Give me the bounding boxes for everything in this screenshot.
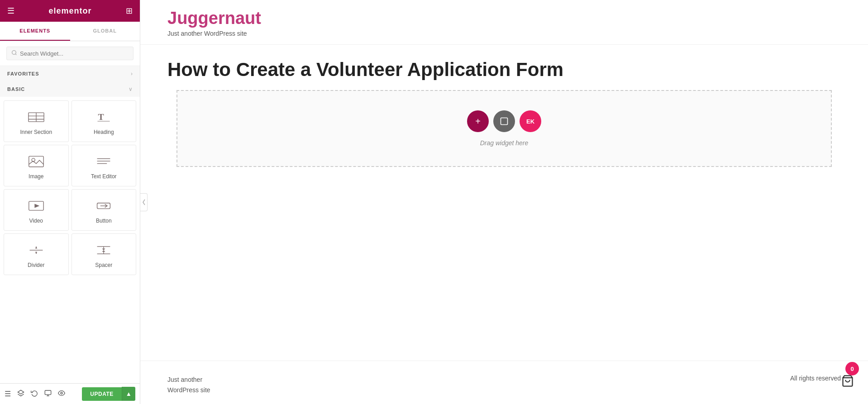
add-widget-button[interactable]: + bbox=[467, 110, 489, 132]
toolbar-left: ☰ bbox=[5, 390, 65, 399]
search-wrapper bbox=[6, 47, 134, 60]
update-dropdown-button[interactable]: ▲ bbox=[122, 387, 135, 401]
widgets-area: Inner Section T Heading Image bbox=[0, 97, 140, 383]
eye-icon[interactable] bbox=[58, 390, 65, 399]
widget-video-label: Video bbox=[29, 218, 43, 224]
favorites-label: FAVORITES bbox=[7, 71, 39, 76]
svg-marker-14 bbox=[34, 204, 39, 208]
cart-icon[interactable] bbox=[841, 375, 854, 390]
preview-area: Juggernaut Just another WordPress site H… bbox=[140, 0, 868, 404]
widget-button-label: Button bbox=[96, 218, 112, 224]
widget-divider[interactable]: Divider bbox=[4, 233, 69, 275]
notification-badge: 0 bbox=[845, 362, 859, 375]
basic-section-header[interactable]: BASIC ∨ bbox=[0, 81, 140, 97]
elementor-logo: elementor bbox=[48, 6, 91, 16]
favorites-chevron: › bbox=[131, 71, 133, 77]
grid-icon[interactable]: ⊞ bbox=[126, 6, 133, 16]
footer-left-line1: Just another bbox=[167, 375, 210, 385]
favorites-section-header[interactable]: FAVORITES › bbox=[0, 66, 140, 81]
search-icon bbox=[11, 50, 17, 57]
svg-marker-26 bbox=[102, 248, 105, 250]
tab-global[interactable]: GLOBAL bbox=[70, 22, 140, 41]
widget-image-label: Image bbox=[29, 173, 43, 180]
widget-divider-label: Divider bbox=[28, 262, 44, 268]
search-area bbox=[0, 41, 140, 66]
hamburger-icon[interactable]: ☰ bbox=[7, 6, 14, 16]
footer-right: All rights reserved bbox=[790, 375, 841, 382]
widget-heading[interactable]: T Heading bbox=[72, 100, 137, 142]
svg-text:T: T bbox=[98, 112, 104, 122]
site-footer: Just another WordPress site All rights r… bbox=[140, 361, 868, 404]
drop-zone[interactable]: + EK Drag widget here bbox=[176, 90, 832, 167]
layers-widget-button[interactable] bbox=[493, 110, 515, 132]
svg-point-9 bbox=[32, 158, 35, 162]
collapse-handle[interactable] bbox=[140, 193, 148, 211]
search-input[interactable] bbox=[20, 50, 129, 57]
svg-point-33 bbox=[61, 392, 62, 394]
panel-header-center: elementor bbox=[48, 6, 91, 16]
site-header: Juggernaut Just another WordPress site bbox=[140, 0, 868, 45]
drop-zone-buttons: + EK bbox=[467, 110, 541, 132]
cart-badge-container: 0 bbox=[841, 359, 854, 390]
widget-spacer[interactable]: Spacer bbox=[72, 233, 137, 275]
layers-icon[interactable] bbox=[17, 390, 24, 399]
basic-label: BASIC bbox=[7, 86, 25, 92]
site-tagline: Just another WordPress site bbox=[167, 30, 841, 37]
svg-line-1 bbox=[15, 54, 16, 55]
responsive-icon[interactable] bbox=[44, 390, 52, 399]
widget-spacer-label: Spacer bbox=[95, 262, 112, 268]
svg-marker-29 bbox=[18, 390, 24, 394]
widget-image[interactable]: Image bbox=[4, 145, 69, 186]
svg-point-0 bbox=[12, 51, 16, 55]
widget-grid: Inner Section T Heading Image bbox=[4, 100, 136, 275]
update-btn-group: UPDATE ▲ bbox=[82, 387, 135, 401]
hamburger-toolbar-icon[interactable]: ☰ bbox=[5, 390, 11, 398]
left-panel: ☰ elementor ⊞ ELEMENTS GLOBAL FAVORITES … bbox=[0, 0, 140, 404]
footer-left-line2: WordPress site bbox=[167, 385, 210, 395]
drop-zone-text: Drag widget here bbox=[480, 139, 529, 147]
history-icon[interactable] bbox=[31, 390, 38, 399]
widget-button[interactable]: Button bbox=[72, 189, 137, 231]
svg-marker-28 bbox=[102, 250, 105, 252]
widget-heading-label: Heading bbox=[94, 129, 114, 135]
update-button[interactable]: UPDATE bbox=[82, 387, 121, 401]
basic-chevron: ∨ bbox=[129, 86, 133, 92]
widget-inner-section[interactable]: Inner Section bbox=[4, 100, 69, 142]
post-content: How to Create a Volunteer Application Fo… bbox=[140, 45, 868, 352]
site-title: Juggernaut bbox=[167, 9, 841, 28]
ext-button[interactable]: EK bbox=[520, 110, 541, 132]
preview-content: Juggernaut Just another WordPress site H… bbox=[140, 0, 868, 404]
panel-header: ☰ elementor ⊞ bbox=[0, 0, 140, 22]
widget-text-editor-label: Text Editor bbox=[91, 173, 117, 180]
footer-left: Just another WordPress site bbox=[167, 375, 210, 395]
widget-inner-section-label: Inner Section bbox=[20, 129, 52, 135]
post-title: How to Create a Volunteer Application Fo… bbox=[167, 58, 841, 81]
svg-rect-30 bbox=[45, 390, 51, 394]
bottom-toolbar: ☰ bbox=[0, 383, 140, 404]
tab-elements[interactable]: ELEMENTS bbox=[0, 22, 70, 41]
widget-video[interactable]: Video bbox=[4, 189, 69, 231]
panel-tabs: ELEMENTS GLOBAL bbox=[0, 22, 140, 41]
svg-rect-34 bbox=[501, 118, 508, 125]
widget-text-editor[interactable]: Text Editor bbox=[72, 145, 137, 186]
svg-rect-8 bbox=[29, 156, 43, 166]
